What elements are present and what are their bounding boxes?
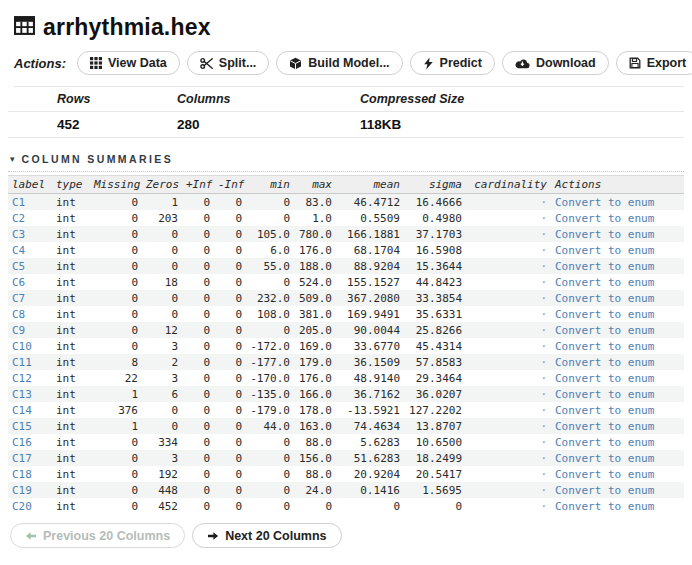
cardinality-value: · (466, 386, 551, 402)
zeros-count: 0 (142, 226, 182, 242)
column-header: max (294, 176, 336, 194)
min-value: 0 (246, 466, 294, 482)
table-row: C1 int 0 1 0 0 0 83.0 46.4712 16.4666 · … (8, 194, 684, 211)
convert-to-enum-link[interactable]: Convert to enum (551, 322, 684, 338)
convert-to-enum-link[interactable]: Convert to enum (551, 482, 684, 498)
mean-value: 36.1509 (336, 354, 404, 370)
convert-to-enum-link[interactable]: Convert to enum (551, 466, 684, 482)
column-label-link[interactable]: C18 (8, 466, 52, 482)
column-type: int (52, 434, 90, 450)
sigma-value: 16.4666 (404, 194, 466, 211)
column-label-link[interactable]: C7 (8, 290, 52, 306)
table-row: C2 int 0 203 0 0 0 1.0 0.5509 0.4980 · C… (8, 210, 684, 226)
column-label-link[interactable]: C1 (8, 194, 52, 211)
column-label-link[interactable]: C12 (8, 370, 52, 386)
missing-count: 0 (90, 466, 142, 482)
export-button[interactable]: Export (616, 51, 692, 75)
column-label-link[interactable]: C13 (8, 386, 52, 402)
convert-to-enum-link[interactable]: Convert to enum (551, 306, 684, 322)
actions-toolbar: Actions: View Data Split... (14, 51, 684, 87)
column-label-link[interactable]: C9 (8, 322, 52, 338)
predict-button[interactable]: Predict (410, 51, 495, 75)
convert-to-enum-link[interactable]: Convert to enum (551, 338, 684, 354)
convert-to-enum-link[interactable]: Convert to enum (551, 386, 684, 402)
convert-to-enum-link[interactable]: Convert to enum (551, 242, 684, 258)
convert-to-enum-link[interactable]: Convert to enum (551, 370, 684, 386)
sigma-value: 45.4314 (404, 338, 466, 354)
table-row: C7 int 0 0 0 0 232.0 509.0 367.2080 33.3… (8, 290, 684, 306)
column-label-link[interactable]: C15 (8, 418, 52, 434)
column-label-link[interactable]: C20 (8, 498, 52, 514)
mean-value: 0.1416 (336, 482, 404, 498)
max-value: 179.0 (294, 354, 336, 370)
convert-to-enum-link[interactable]: Convert to enum (551, 194, 684, 211)
zeros-count: 0 (142, 418, 182, 434)
mean-value: 68.1704 (336, 242, 404, 258)
convert-to-enum-link[interactable]: Convert to enum (551, 274, 684, 290)
missing-count: 0 (90, 306, 142, 322)
column-label-link[interactable]: C2 (8, 210, 52, 226)
pos-inf-count: 0 (182, 210, 214, 226)
table-row: C6 int 0 18 0 0 0 524.0 155.1527 44.8423… (8, 274, 684, 290)
predict-label: Predict (440, 56, 482, 70)
convert-to-enum-link[interactable]: Convert to enum (551, 402, 684, 418)
convert-to-enum-link[interactable]: Convert to enum (551, 290, 684, 306)
column-label-link[interactable]: C10 (8, 338, 52, 354)
stats-value-rows: 452 (57, 117, 177, 132)
convert-to-enum-link[interactable]: Convert to enum (551, 226, 684, 242)
build-model-button[interactable]: Build Model... (276, 51, 402, 75)
neg-inf-count: 0 (214, 354, 246, 370)
mean-value: 367.2080 (336, 290, 404, 306)
column-summaries-section-header[interactable]: ▾ COLUMN SUMMARIES (8, 153, 684, 172)
pos-inf-count: 0 (182, 386, 214, 402)
view-data-button[interactable]: View Data (77, 51, 180, 75)
neg-inf-count: 0 (214, 210, 246, 226)
zeros-count: 12 (142, 322, 182, 338)
convert-to-enum-link[interactable]: Convert to enum (551, 434, 684, 450)
pos-inf-count: 0 (182, 290, 214, 306)
max-value: 188.0 (294, 258, 336, 274)
column-label-link[interactable]: C19 (8, 482, 52, 498)
zeros-count: 203 (142, 210, 182, 226)
column-type: int (52, 306, 90, 322)
convert-to-enum-link[interactable]: Convert to enum (551, 354, 684, 370)
column-label-link[interactable]: C4 (8, 242, 52, 258)
column-label-link[interactable]: C11 (8, 354, 52, 370)
column-label-link[interactable]: C14 (8, 402, 52, 418)
column-type: int (52, 466, 90, 482)
pos-inf-count: 0 (182, 466, 214, 482)
stats-value-compressed-size: 118KB (360, 117, 684, 132)
column-label-link[interactable]: C17 (8, 450, 52, 466)
column-label-link[interactable]: C8 (8, 306, 52, 322)
cardinality-value: · (466, 482, 551, 498)
pos-inf-count: 0 (182, 498, 214, 514)
cardinality-value: · (466, 290, 551, 306)
max-value: 88.0 (294, 466, 336, 482)
table-row: C9 int 0 12 0 0 0 205.0 90.0044 25.8266 … (8, 322, 684, 338)
max-value: 83.0 (294, 194, 336, 211)
convert-to-enum-link[interactable]: Convert to enum (551, 258, 684, 274)
split-button[interactable]: Split... (187, 51, 270, 75)
column-label-link[interactable]: C6 (8, 274, 52, 290)
convert-to-enum-link[interactable]: Convert to enum (551, 498, 684, 514)
convert-to-enum-link[interactable]: Convert to enum (551, 450, 684, 466)
split-label: Split... (219, 56, 257, 70)
max-value: 178.0 (294, 402, 336, 418)
convert-to-enum-link[interactable]: Convert to enum (551, 210, 684, 226)
column-label-link[interactable]: C16 (8, 434, 52, 450)
page-title: arrhythmia.hex (43, 14, 211, 41)
column-type: int (52, 194, 90, 211)
max-value: 0 (294, 498, 336, 514)
column-label-link[interactable]: C3 (8, 226, 52, 242)
column-label-link[interactable]: C5 (8, 258, 52, 274)
column-type: int (52, 498, 90, 514)
convert-to-enum-link[interactable]: Convert to enum (551, 418, 684, 434)
min-value: 0 (246, 322, 294, 338)
neg-inf-count: 0 (214, 498, 246, 514)
sigma-value: 44.8423 (404, 274, 466, 290)
next-20-columns-button[interactable]: Next 20 Columns (192, 523, 341, 548)
build-model-label: Build Model... (308, 56, 389, 70)
mean-value: 88.9204 (336, 258, 404, 274)
download-button[interactable]: Download (502, 51, 609, 75)
previous-20-columns-button[interactable]: Previous 20 Columns (10, 523, 185, 548)
